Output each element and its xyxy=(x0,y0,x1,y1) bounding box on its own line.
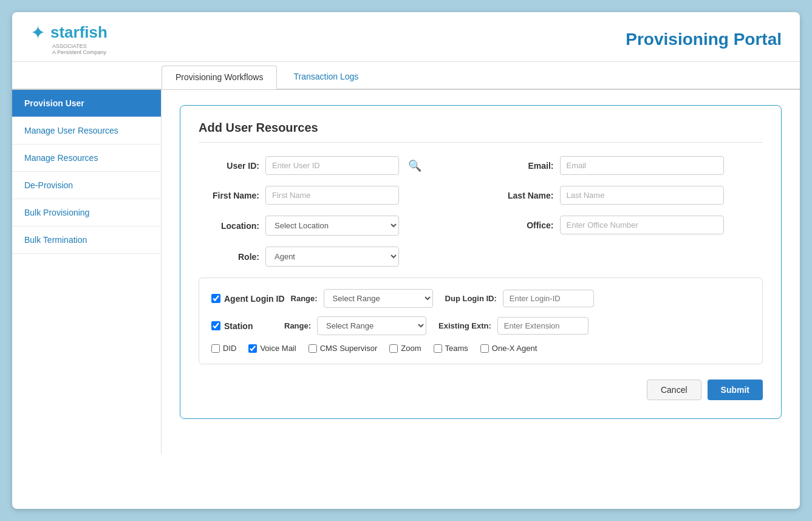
voice-mail-checkbox[interactable] xyxy=(248,344,257,353)
teams-checkbox[interactable] xyxy=(434,344,442,353)
sidebar-item-bulk-provisioning[interactable]: Bulk Provisioning xyxy=(12,199,161,226)
header: ✦ starfish ASSOCIATESA Persistent Compan… xyxy=(12,12,800,62)
dup-login-label: Dup Login ID: xyxy=(445,294,497,303)
one-x-agent-label: One-X Agent xyxy=(492,344,537,353)
action-row: Cancel Submit xyxy=(199,380,763,400)
tab-provisioning-workflows[interactable]: Provisioning Workflows xyxy=(162,66,277,89)
form-card-title: Add User Resources xyxy=(199,121,763,143)
main-layout: Provision User Manage User Resources Man… xyxy=(12,90,800,454)
role-select[interactable]: Agent xyxy=(265,247,399,267)
first-name-input[interactable] xyxy=(265,186,399,205)
portal-title: Provisioning Portal xyxy=(626,30,782,49)
dup-login-input[interactable] xyxy=(503,290,594,307)
did-label: DID xyxy=(223,344,236,353)
station-label: Station xyxy=(224,321,253,331)
existing-extn-input[interactable] xyxy=(497,317,589,335)
lastname-row: Last Name: xyxy=(493,186,763,205)
submit-button[interactable]: Submit xyxy=(708,380,763,400)
cancel-button[interactable]: Cancel xyxy=(647,380,701,400)
form-col-left-location: Location: Select Location xyxy=(199,216,469,247)
email-input[interactable] xyxy=(560,156,724,175)
extra-checkboxes-row: DID Voice Mail CMS Supervisor Zoom xyxy=(211,344,750,353)
sidebar-item-provision-user[interactable]: Provision User xyxy=(12,90,161,117)
user-id-input[interactable] xyxy=(265,156,399,175)
range-label-2: Range: xyxy=(284,321,311,330)
starfish-logo-icon: ✦ xyxy=(30,24,46,42)
one-x-agent-checkbox[interactable] xyxy=(480,344,489,353)
zoom-label: Zoom xyxy=(401,344,421,353)
office-label: Office: xyxy=(493,220,554,230)
resources-section: Agent Login ID Range: Select Range Dup L… xyxy=(199,278,763,364)
sidebar-item-manage-user-resources[interactable]: Manage User Resources xyxy=(12,117,161,145)
first-name-label: First Name: xyxy=(199,191,259,200)
agent-login-id-label: Agent Login ID xyxy=(224,294,285,304)
tabs-bar: Provisioning Workflows Transaction Logs xyxy=(12,65,800,90)
form-col-right-lastname: Last Name: xyxy=(493,186,763,216)
content-area: Add User Resources User ID: 🔍 Email: xyxy=(162,90,800,454)
sidebar-item-bulk-termination[interactable]: Bulk Termination xyxy=(12,226,161,254)
form-row-names: First Name: Last Name: xyxy=(199,186,763,216)
form-row-userid-email: User ID: 🔍 Email: xyxy=(199,156,763,186)
role-label: Role: xyxy=(199,252,259,262)
logo-top: ✦ starfish xyxy=(30,23,107,42)
location-row: Location: Select Location xyxy=(199,216,469,236)
agent-login-id-checkbox-label[interactable]: Agent Login ID xyxy=(211,294,285,304)
did-checkbox-label[interactable]: DID xyxy=(211,344,236,353)
cms-supervisor-checkbox-label[interactable]: CMS Supervisor xyxy=(309,344,378,353)
one-x-agent-checkbox-label[interactable]: One-X Agent xyxy=(480,344,537,353)
firstname-row: First Name: xyxy=(199,186,469,205)
office-input[interactable] xyxy=(560,216,724,234)
form-card: Add User Resources User ID: 🔍 Email: xyxy=(180,105,782,419)
search-user-button[interactable]: 🔍 xyxy=(405,158,425,174)
voice-mail-checkbox-label[interactable]: Voice Mail xyxy=(248,344,296,353)
zoom-checkbox[interactable] xyxy=(389,344,398,353)
station-checkbox-label[interactable]: Station xyxy=(211,321,278,331)
station-checkbox[interactable] xyxy=(211,321,220,330)
userid-row: User ID: 🔍 xyxy=(199,156,469,175)
logo-text: starfish xyxy=(50,23,107,42)
voice-mail-label: Voice Mail xyxy=(260,344,296,353)
form-col-left-userid: User ID: 🔍 xyxy=(199,156,469,186)
user-id-label: User ID: xyxy=(199,161,259,171)
office-row: Office: xyxy=(493,216,763,234)
agent-login-id-checkbox[interactable] xyxy=(211,294,220,303)
station-range-select[interactable]: Select Range xyxy=(317,316,426,335)
range-label-1: Range: xyxy=(291,294,318,303)
sidebar-item-manage-resources[interactable]: Manage Resources xyxy=(12,145,161,172)
last-name-label: Last Name: xyxy=(493,191,554,200)
form-col-right-email: Email: xyxy=(493,156,763,186)
role-row: Role: Agent xyxy=(199,247,763,267)
email-label: Email: xyxy=(493,161,554,171)
logo-area: ✦ starfish ASSOCIATESA Persistent Compan… xyxy=(30,23,107,55)
app-container: ✦ starfish ASSOCIATESA Persistent Compan… xyxy=(12,12,800,509)
location-select[interactable]: Select Location xyxy=(265,216,399,236)
existing-extn-label: Existing Extn: xyxy=(438,321,491,330)
email-row: Email: xyxy=(493,156,763,175)
teams-checkbox-label[interactable]: Teams xyxy=(434,344,468,353)
agent-login-id-range-select[interactable]: Select Range xyxy=(324,289,433,308)
did-checkbox[interactable] xyxy=(211,344,220,353)
agent-login-id-row: Agent Login ID Range: Select Range Dup L… xyxy=(211,289,750,308)
form-col-left-firstname: First Name: xyxy=(199,186,469,216)
logo-sub: ASSOCIATESA Persistent Company xyxy=(52,43,107,55)
teams-label: Teams xyxy=(445,344,468,353)
location-label: Location: xyxy=(199,221,259,231)
sidebar-item-de-provision[interactable]: De-Provision xyxy=(12,172,161,199)
form-col-right-office: Office: xyxy=(493,216,763,247)
form-row-location-office: Location: Select Location Office: xyxy=(199,216,763,247)
sidebar: Provision User Manage User Resources Man… xyxy=(12,90,162,454)
cms-supervisor-label: CMS Supervisor xyxy=(320,344,378,353)
last-name-input[interactable] xyxy=(560,186,724,205)
zoom-checkbox-label[interactable]: Zoom xyxy=(389,344,421,353)
station-row: Station Range: Select Range Existing Ext… xyxy=(211,316,750,335)
cms-supervisor-checkbox[interactable] xyxy=(309,344,317,353)
tab-transaction-logs[interactable]: Transaction Logs xyxy=(279,65,372,89)
